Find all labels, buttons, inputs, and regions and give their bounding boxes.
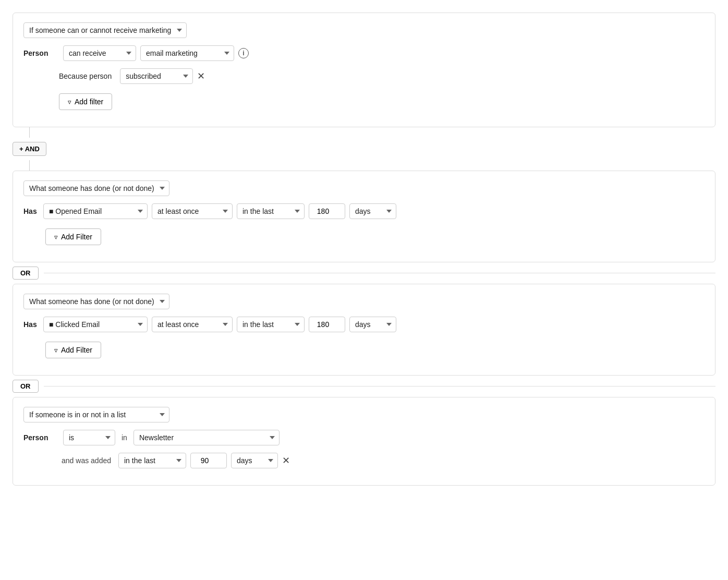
close-because-icon[interactable]: ✕ xyxy=(197,71,205,81)
or-line-2 xyxy=(44,386,716,386)
close-and-was-icon[interactable]: ✕ xyxy=(282,456,290,465)
or-separator-2: OR xyxy=(13,380,715,393)
has-label-1: Has xyxy=(23,207,39,215)
time-select-1[interactable]: in the last xyxy=(237,203,305,219)
add-filter-button-3[interactable]: ▿ Add Filter xyxy=(45,342,101,358)
block-list-condition: If someone is in or not in a list Person… xyxy=(13,397,715,486)
days-input-1[interactable] xyxy=(309,203,345,219)
add-filter-button-1[interactable]: ▿ Add filter xyxy=(59,93,112,110)
vertical-line-1 xyxy=(29,127,30,138)
subscribed-select[interactable]: subscribed xyxy=(120,68,193,84)
block3-top-row: What someone has done (or not done) xyxy=(23,294,705,309)
vertical-line-2 xyxy=(29,160,30,171)
person-label: Person xyxy=(23,49,55,57)
has-done-select-1[interactable]: What someone has done (or not done) xyxy=(23,180,169,196)
person-row: Person can receive email marketing i xyxy=(23,45,705,61)
block1-top-row: If someone can or cannot receive marketi… xyxy=(23,22,705,38)
event-select-1[interactable]: ■ Opened Email xyxy=(43,203,148,219)
person-row-2: Person is in Newsletter xyxy=(23,430,705,445)
or-button-1[interactable]: OR xyxy=(13,267,39,280)
or-separator-1: OR xyxy=(13,267,715,280)
frequency-select-2[interactable]: at least once xyxy=(152,317,233,332)
block-clicked-email: What someone has done (or not done) Has … xyxy=(13,284,715,376)
period-select-1[interactable]: days xyxy=(349,203,396,219)
has-label-2: Has xyxy=(23,320,39,329)
event-select-2[interactable]: ■ Clicked Email xyxy=(43,317,148,332)
filter-icon-1: ▿ xyxy=(68,98,71,106)
person-label-2: Person xyxy=(23,433,55,442)
or-line-1 xyxy=(44,273,716,273)
add-filter-row-1: ▿ Add filter xyxy=(59,91,705,110)
frequency-select-1[interactable]: at least once xyxy=(152,203,233,219)
add-filter-row-2: ▿ Add Filter xyxy=(45,226,705,245)
period-select-3[interactable]: days xyxy=(231,453,278,468)
in-label: in xyxy=(122,433,127,442)
and-button[interactable]: + AND xyxy=(13,142,46,156)
has-row-1: Has ■ Opened Email at least once in the … xyxy=(23,203,705,219)
has-row-2: Has ■ Clicked Email at least once in the… xyxy=(23,317,705,332)
days-input-3[interactable] xyxy=(190,453,227,468)
period-select-2[interactable]: days xyxy=(349,317,396,332)
add-filter-row-3: ▿ Add Filter xyxy=(45,340,705,358)
block4-top-row: If someone is in or not in a list xyxy=(23,407,705,422)
block-marketing-condition: If someone can or cannot receive marketi… xyxy=(13,13,715,127)
because-person-label: Because person xyxy=(59,72,112,80)
time-select-2[interactable]: in the last xyxy=(237,317,305,332)
days-input-2[interactable] xyxy=(309,317,345,332)
because-person-row: Because person subscribed ✕ xyxy=(23,68,705,84)
marketing-condition-select[interactable]: If someone can or cannot receive marketi… xyxy=(23,22,187,38)
filter-icon-3: ▿ xyxy=(54,346,58,354)
and-section: + AND xyxy=(13,127,715,171)
block-opened-email: What someone has done (or not done) Has … xyxy=(13,171,715,262)
can-receive-select[interactable]: can receive xyxy=(63,45,136,61)
marketing-type-select[interactable]: email marketing xyxy=(140,45,234,61)
time-select-3[interactable]: in the last xyxy=(118,453,186,468)
and-was-added-row: and was added in the last days ✕ xyxy=(59,453,705,468)
is-select[interactable]: is xyxy=(63,430,115,445)
has-done-select-2[interactable]: What someone has done (or not done) xyxy=(23,294,169,309)
or-button-2[interactable]: OR xyxy=(13,380,39,393)
filter-icon-2: ▿ xyxy=(54,233,58,241)
add-filter-button-2[interactable]: ▿ Add Filter xyxy=(45,228,101,245)
list-condition-select[interactable]: If someone is in or not in a list xyxy=(23,407,169,422)
and-was-added-label: and was added xyxy=(59,456,111,465)
block2-top-row: What someone has done (or not done) xyxy=(23,180,705,196)
list-select[interactable]: Newsletter xyxy=(134,430,280,445)
info-icon[interactable]: i xyxy=(238,48,249,58)
